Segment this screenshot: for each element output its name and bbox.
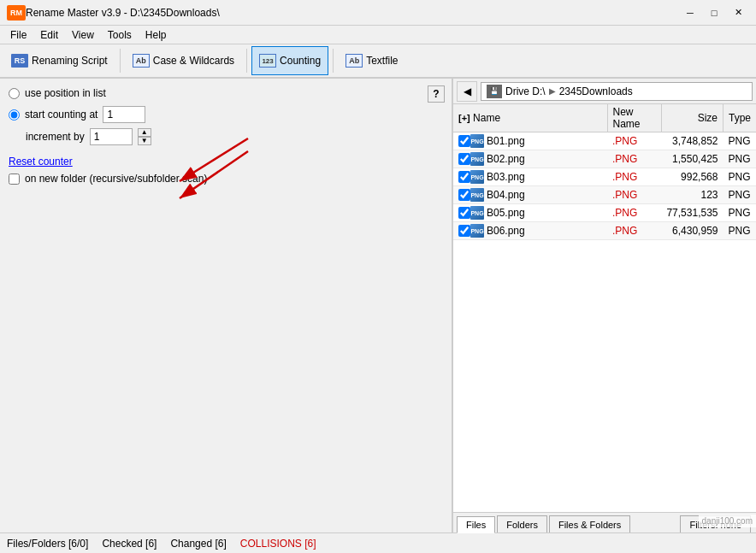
cell-name-4: PNG B05.png <box>453 204 607 222</box>
start-counting-label: start counting at <box>25 109 97 121</box>
window-title: Rename Master v3.9 - D:\2345Downloads\ <box>26 7 679 19</box>
cell-size-2: 992,568 <box>661 168 723 186</box>
file-icon-2: PNG <box>470 170 484 184</box>
navigate-back-icon: ◀ <box>464 85 471 97</box>
filename-3: B04.png <box>487 189 525 201</box>
reset-counter-link[interactable]: Reset counter <box>9 156 73 168</box>
row-checkbox-2[interactable] <box>458 171 470 183</box>
cell-size-4: 77,531,535 <box>661 204 723 222</box>
textfile-button[interactable]: Ab Textfile <box>338 46 405 75</box>
maximize-button[interactable]: □ <box>703 3 725 22</box>
tab-files-folders[interactable]: Files & Folders <box>549 515 630 532</box>
row-checkbox-3[interactable] <box>458 189 470 201</box>
cell-type-5: PNG <box>723 222 756 240</box>
counting-label: Counting <box>280 55 321 67</box>
cell-name-0: PNG B01.png <box>453 132 607 150</box>
start-counting-radio[interactable] <box>9 109 20 121</box>
cell-size-0: 3,748,852 <box>661 132 723 150</box>
tab-files[interactable]: Files <box>457 516 495 533</box>
col-header-size: Size <box>661 104 723 132</box>
increment-by-input[interactable] <box>90 128 133 145</box>
table-row: PNG B02.png .PNG 1,550,425 PNG <box>453 150 756 168</box>
on-new-folder-row: on new folder (recursive/subfolder scan) <box>9 173 443 185</box>
cell-size-1: 1,550,425 <box>661 150 723 168</box>
file-icon-5: PNG <box>470 224 484 238</box>
spinner-down-button[interactable]: ▼ <box>138 137 151 145</box>
spinner-up-button[interactable]: ▲ <box>138 128 151 137</box>
counting-button[interactable]: 123 Counting <box>251 46 328 75</box>
cell-size-5: 6,430,959 <box>661 222 723 240</box>
breadcrumb-folder: 2345Downloads <box>559 85 633 97</box>
file-icon-4: PNG <box>470 206 484 220</box>
cell-newname-3: .PNG <box>607 186 661 204</box>
right-panel: ◀ 💾 Drive D:\ ▶ 2345Downloads [+] Name N… <box>453 79 756 532</box>
menu-file[interactable]: File <box>3 27 33 43</box>
textfile-icon: Ab <box>346 54 363 68</box>
row-checkbox-1[interactable] <box>458 153 470 165</box>
menu-tools[interactable]: Tools <box>101 27 139 43</box>
renaming-script-button[interactable]: RS Renaming Script <box>3 46 115 75</box>
use-position-row: use position in list <box>9 87 443 99</box>
cell-type-4: PNG <box>723 204 756 222</box>
tab-folders[interactable]: Folders <box>497 515 547 532</box>
menubar: File Edit View Tools Help <box>0 26 756 44</box>
menu-view[interactable]: View <box>65 27 101 43</box>
cell-type-2: PNG <box>723 168 756 186</box>
cell-name-2: PNG B03.png <box>453 168 607 186</box>
window-controls: ─ □ ✕ <box>679 3 749 22</box>
minimize-button[interactable]: ─ <box>679 3 701 22</box>
status-checked: Checked [6] <box>102 538 157 550</box>
cell-newname-5: .PNG <box>607 222 661 240</box>
toolbar-sep-1 <box>120 49 121 73</box>
file-list: PNG B01.png .PNG 3,748,852 PNG PNG B02.p… <box>453 132 756 240</box>
status-files-folders: Files/Folders [6/0] <box>7 538 88 550</box>
left-panel: ? use position in list start counting at… <box>0 79 453 532</box>
increment-by-row: increment by ▲ ▼ <box>26 128 443 145</box>
status-changed: Changed [6] <box>170 538 226 550</box>
menu-help[interactable]: Help <box>139 27 174 43</box>
table-row: PNG B06.png .PNG 6,430,959 PNG <box>453 222 756 240</box>
cell-type-1: PNG <box>723 150 756 168</box>
navigate-back-button[interactable]: ◀ <box>457 81 477 102</box>
case-wildcards-button[interactable]: Ab Case & Wildcards <box>125 46 242 75</box>
cell-name-1: PNG B02.png <box>453 150 607 168</box>
col-header-type: Type <box>723 104 756 132</box>
app-icon: RM <box>7 5 26 21</box>
start-counting-input[interactable] <box>103 106 145 123</box>
reset-counter-section: Reset counter on new folder (recursive/s… <box>9 156 443 185</box>
row-checkbox-5[interactable] <box>458 225 470 237</box>
textfile-label: Textfile <box>366 55 398 67</box>
case-wildcards-icon: Ab <box>133 54 150 68</box>
case-wildcards-label: Case & Wildcards <box>153 55 234 67</box>
use-position-label: use position in list <box>25 87 106 99</box>
cell-name-5: PNG B06.png <box>453 222 607 240</box>
filename-2: B03.png <box>487 171 525 183</box>
start-counting-row: start counting at <box>9 106 443 123</box>
row-checkbox-0[interactable] <box>458 135 470 147</box>
renaming-script-icon: RS <box>11 54 28 68</box>
statusbar: Files/Folders [6/0] Checked [6] Changed … <box>0 532 756 553</box>
help-button[interactable]: ? <box>428 85 445 103</box>
menu-edit[interactable]: Edit <box>33 27 65 43</box>
on-new-folder-label: on new folder (recursive/subfolder scan) <box>25 173 207 185</box>
increment-by-label: increment by <box>26 131 85 143</box>
right-toolbar: ◀ 💾 Drive D:\ ▶ 2345Downloads <box>453 79 756 104</box>
row-checkbox-4[interactable] <box>458 207 470 219</box>
col-header-newname: New Name <box>607 104 661 132</box>
cell-newname-4: .PNG <box>607 204 661 222</box>
cell-type-0: PNG <box>723 132 756 150</box>
plus-icon: [+] <box>458 113 470 123</box>
cell-name-3: PNG B04.png <box>453 186 607 204</box>
renaming-script-label: Renaming Script <box>32 55 108 67</box>
cell-size-3: 123 <box>661 186 723 204</box>
table-header-row: [+] Name New Name Size Type <box>453 104 756 132</box>
use-position-radio[interactable] <box>9 88 20 99</box>
file-table-container: [+] Name New Name Size Type PNG B01.png … <box>453 104 756 512</box>
toolbar-sep-2 <box>246 49 247 73</box>
on-new-folder-checkbox[interactable] <box>9 174 20 185</box>
titlebar: RM Rename Master v3.9 - D:\2345Downloads… <box>0 0 756 26</box>
close-button[interactable]: ✕ <box>727 3 749 22</box>
start-counting-group: start counting at increment by ▲ ▼ <box>9 106 443 145</box>
main-content: ? use position in list start counting at… <box>0 79 756 532</box>
status-collisions: COLLISIONS [6] <box>240 538 316 550</box>
